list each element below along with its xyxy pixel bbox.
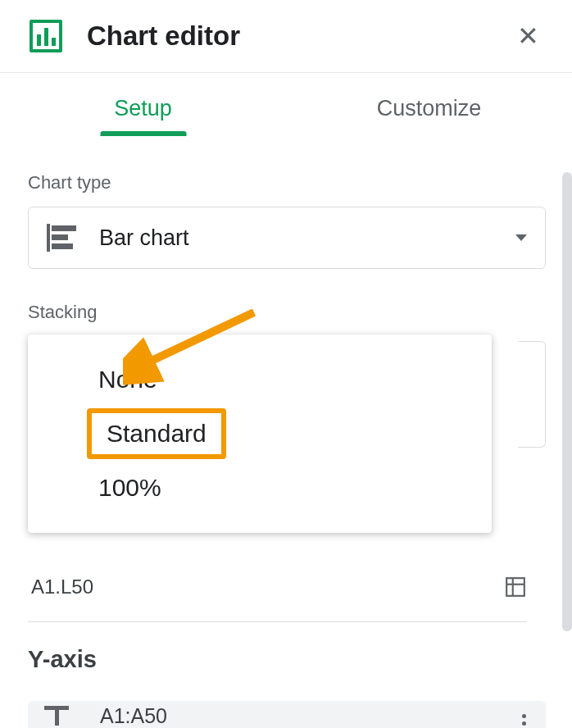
stacking-option-hundred[interactable]: 100%: [28, 459, 492, 516]
svg-rect-2: [506, 578, 524, 596]
chart-type-dropdown[interactable]: Bar chart: [28, 207, 546, 269]
close-icon[interactable]: ✕: [511, 20, 546, 52]
stacking-option-none[interactable]: None: [28, 351, 492, 408]
chart-type-selected: Bar chart: [99, 225, 515, 251]
editor-header: Chart editor ✕: [0, 0, 572, 73]
yaxis-range-row[interactable]: A1:A50: [28, 701, 546, 728]
bar-chart-icon: [47, 224, 79, 252]
text-column-icon: [44, 706, 69, 726]
yaxis-range-value: A1:A50: [100, 704, 167, 728]
yaxis-section: Y-axis A1:A50: [28, 646, 546, 728]
select-range-icon[interactable]: [504, 576, 527, 598]
yaxis-title: Y-axis: [28, 646, 546, 673]
stacking-dropdown-edge: [518, 341, 546, 448]
more-options-icon[interactable]: [522, 714, 526, 728]
chart-type-label: Chart type: [28, 172, 546, 193]
tab-customize[interactable]: Customize: [286, 96, 572, 136]
chart-editor-icon: [30, 20, 62, 52]
scrollbar[interactable]: [562, 172, 572, 631]
data-range-row: A1.L50: [28, 576, 527, 622]
stacking-popup: None Standard 100%: [28, 334, 492, 533]
chevron-down-icon: [515, 234, 527, 241]
stacking-label: Stacking: [28, 302, 546, 323]
tabs: Setup Customize: [0, 73, 572, 136]
tab-setup[interactable]: Setup: [0, 96, 286, 136]
stacking-option-standard[interactable]: Standard: [87, 408, 226, 459]
data-range-value: A1.L50: [31, 576, 93, 598]
page-title: Chart editor: [87, 20, 511, 52]
